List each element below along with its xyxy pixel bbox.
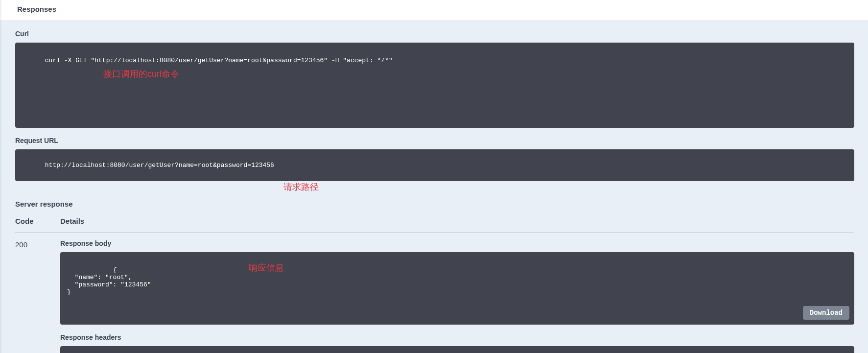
curl-label: Curl	[15, 30, 854, 38]
responses-title: Responses	[17, 5, 852, 13]
details-column-header: Details	[60, 217, 854, 225]
request-url-text: http://localhost:8080/user/getUser?name=…	[45, 162, 274, 169]
code-column-header: Code	[15, 217, 60, 225]
responses-container: Responses Curl curl -X GET "http://local…	[0, 0, 868, 353]
status-code: 200	[15, 239, 60, 249]
curl-code-block[interactable]: curl -X GET "http://localhost:8080/user/…	[15, 43, 854, 128]
response-headers-label: Response headers	[60, 333, 854, 341]
request-url-block[interactable]: http://localhost:8080/user/getUser?name=…	[15, 149, 854, 181]
curl-command-text: curl -X GET "http://localhost:8080/user/…	[45, 57, 393, 64]
response-table: Code Details 200 Response body { "name":…	[15, 217, 854, 353]
request-url-label: Request URL	[15, 137, 854, 144]
response-body-annotation: 响应信息	[249, 262, 284, 274]
request-url-annotation: 请求路径	[283, 181, 854, 193]
curl-annotation: 接口调用的curl命令	[103, 68, 179, 80]
response-body-content: { "name": "root", "password": "123456" }	[67, 266, 151, 296]
responses-body: Curl curl -X GET "http://localhost:8080/…	[0, 20, 868, 353]
response-body-label: Response body	[60, 239, 854, 247]
response-details: Response body { "name": "root", "passwor…	[60, 239, 854, 353]
responses-header: Responses	[0, 0, 868, 20]
response-headers-block[interactable]: connection: keep-alive content-type: app…	[60, 346, 854, 353]
response-body-block[interactable]: { "name": "root", "password": "123456" }…	[60, 252, 854, 325]
response-table-header: Code Details	[15, 217, 854, 233]
server-response-label: Server response	[15, 200, 854, 208]
download-button[interactable]: Download	[803, 306, 849, 320]
response-row: 200 Response body { "name": "root", "pas…	[15, 239, 854, 353]
